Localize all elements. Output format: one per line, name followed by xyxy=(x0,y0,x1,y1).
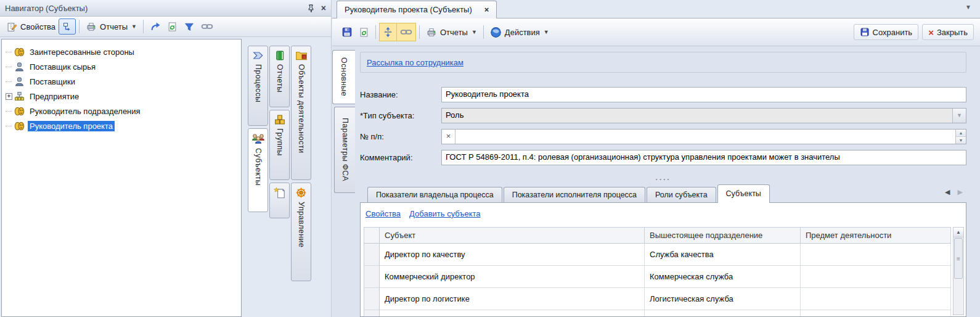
comment-row: Комментарий: ГОСТ Р 54869-2011, п.4: рол… xyxy=(360,149,966,165)
comment-input[interactable]: ГОСТ Р 54869-2011, п.4: ролевая (организ… xyxy=(441,150,966,165)
tab-process-executor-indicators[interactable]: Показатели исполнителя процесса xyxy=(504,187,645,203)
scroll-up-icon[interactable]: ▲ xyxy=(953,228,963,237)
close-tab-icon[interactable]: × xyxy=(484,5,489,14)
column-header-subject[interactable]: Субъект xyxy=(380,227,645,244)
clear-value-icon[interactable]: × xyxy=(442,130,455,144)
scrollbar-thumb[interactable]: ≡ xyxy=(954,238,963,279)
table-row[interactable]: Коммерческий директор Коммерческая служб… xyxy=(364,266,966,288)
detail-tabbar: Показатели владельца процесса Показатели… xyxy=(360,184,966,203)
scroll-left-icon[interactable]: ◀ xyxy=(945,188,950,196)
tree-item[interactable]: Поставщик сырья xyxy=(6,59,239,74)
refresh-button[interactable] xyxy=(164,19,181,35)
save-button[interactable]: Сохранить xyxy=(854,24,919,40)
tab-fsa-parameters[interactable]: Параметры ФСА xyxy=(334,107,355,193)
navigator-toolbar: Свойства Отчеты ▼ xyxy=(0,17,331,37)
tree-item[interactable]: Заинтересованные стороны xyxy=(6,44,239,59)
mailing-link[interactable]: Рассылка по сотрудникам xyxy=(367,58,463,67)
tree-item-selected[interactable]: Руководитель проекта xyxy=(6,118,239,133)
table-row-partial[interactable] xyxy=(364,310,966,317)
tab-management[interactable]: Управление xyxy=(291,183,311,281)
step-up-icon[interactable]: ▲ xyxy=(956,130,966,137)
sync-hierarchy-button[interactable] xyxy=(59,19,76,35)
add-subject-link[interactable]: Добавить субъекта xyxy=(409,209,480,218)
tab-label: Управление xyxy=(297,202,306,248)
tab-reports[interactable]: Отчеты xyxy=(269,46,290,107)
tree-item[interactable]: Руководитель подразделения xyxy=(6,104,239,118)
save-icon-button[interactable] xyxy=(338,24,356,40)
close-button[interactable]: × Закрыть xyxy=(922,24,974,40)
close-panel-icon[interactable]: × xyxy=(321,3,326,13)
table-row[interactable]: Директор по качеству Служба качества xyxy=(364,244,966,266)
subject-type-row: *Тип субъекта: Роль ▼ xyxy=(360,107,966,123)
table-header-row: Субъект Вышестоящее подразделение Предме… xyxy=(364,227,966,244)
tab-label: Субъекты xyxy=(254,148,263,186)
reports-button[interactable]: Отчеты ▼ xyxy=(423,24,480,40)
row-header-corner xyxy=(364,227,380,244)
splitter-grip[interactable]: ···· xyxy=(360,176,966,184)
toolbar-separator xyxy=(419,25,420,39)
column-header-activity[interactable]: Предмет деятельности xyxy=(801,227,951,244)
tab-subjects[interactable]: Субъекты xyxy=(717,184,770,203)
tab-main[interactable]: Основные xyxy=(332,50,355,104)
go-to-button[interactable] xyxy=(147,19,164,35)
editor-body: Основные Параметры ФСА Рассылка по сотру… xyxy=(332,46,980,317)
person-icon xyxy=(14,76,25,87)
properties-label: Свойства xyxy=(20,22,55,31)
order-number-input[interactable]: × ▲▼ xyxy=(441,129,966,144)
cell-subject[interactable]: Директор по качеству xyxy=(380,244,645,266)
column-header-parent-unit[interactable]: Вышестоящее подразделение xyxy=(645,227,801,244)
cell-parent-unit[interactable]: Коммерческая служба xyxy=(645,266,801,288)
link-toggle-button[interactable] xyxy=(397,23,416,41)
properties-button[interactable]: Свойства xyxy=(4,19,59,35)
vertical-scrollbar[interactable]: ▲ ≡ xyxy=(953,227,964,315)
row-header[interactable] xyxy=(364,244,380,266)
row-header[interactable] xyxy=(364,266,380,288)
tab-project-manager-subjects[interactable]: Руководитель проекта (Субъекты) × xyxy=(337,1,497,19)
step-down-icon[interactable]: ▼ xyxy=(956,137,966,144)
tab-process-owner-indicators[interactable]: Показатели владельца процесса xyxy=(367,187,502,203)
quantity-stepper[interactable]: ▲▼ xyxy=(955,130,966,144)
cell-parent-unit[interactable]: Служба качества xyxy=(645,244,801,266)
chain-icon xyxy=(201,22,213,31)
scroll-right-icon[interactable]: ▶ xyxy=(958,188,963,196)
tab-activity-objects[interactable]: Объекты деятельности xyxy=(291,46,311,180)
pin-icon[interactable] xyxy=(307,4,315,12)
cell-activity[interactable] xyxy=(801,288,951,310)
tree-expander-icon[interactable]: + xyxy=(6,93,12,100)
row-header[interactable] xyxy=(364,310,380,317)
subject-type-select[interactable]: Роль ▼ xyxy=(441,108,966,123)
name-row: Название: Руководитель проекта xyxy=(360,86,966,102)
subject-form: Рассылка по сотрудникам Название: Руково… xyxy=(355,46,980,317)
row-header[interactable] xyxy=(364,288,380,310)
actions-button[interactable]: Действия ▼ xyxy=(487,24,552,40)
link-button[interactable] xyxy=(198,19,216,35)
tab-scroll-arrows: ◀▶ xyxy=(945,188,963,196)
order-number-value[interactable] xyxy=(455,130,955,144)
tree-item[interactable]: Поставщики xyxy=(6,74,239,89)
reports-button[interactable]: Отчеты ▼ xyxy=(83,19,140,35)
chevron-down-icon[interactable]: ▼ xyxy=(952,109,966,123)
ship-wheel-icon xyxy=(295,187,307,199)
tree-item[interactable]: + Предприятие xyxy=(6,89,239,104)
cell-activity[interactable] xyxy=(801,244,951,266)
grid-properties-link[interactable]: Свойства xyxy=(365,209,401,218)
tab-processes[interactable]: Процессы xyxy=(248,46,268,126)
subjects-grid-card: Свойства Добавить субъекта Субъект Вышес… xyxy=(360,202,966,317)
cell-subject[interactable]: Коммерческий директор xyxy=(380,266,645,288)
table-row[interactable]: Директор по логистике Логистическая служ… xyxy=(364,288,966,310)
tab-groups[interactable]: Группы xyxy=(269,110,290,180)
cell-parent-unit[interactable]: Логистическая служба xyxy=(645,288,801,310)
filter-button[interactable] xyxy=(181,19,198,35)
tab-list-dropdown-icon[interactable]: ▼ xyxy=(965,4,971,10)
tab-new-document[interactable] xyxy=(269,183,290,218)
person-icon xyxy=(14,62,25,72)
hierarchy-icon xyxy=(62,22,72,31)
cell-activity[interactable] xyxy=(801,266,951,288)
cell-subject[interactable]: Директор по логистике xyxy=(380,288,645,310)
tab-subject-roles[interactable]: Роли субъекта xyxy=(647,187,716,203)
name-input[interactable]: Руководитель проекта xyxy=(441,87,966,102)
tab-subjects[interactable]: Субъекты xyxy=(248,128,268,212)
refresh-button[interactable] xyxy=(356,24,372,40)
split-view-toggle-button[interactable] xyxy=(379,23,397,41)
chevron-down-icon: ▼ xyxy=(472,29,477,35)
